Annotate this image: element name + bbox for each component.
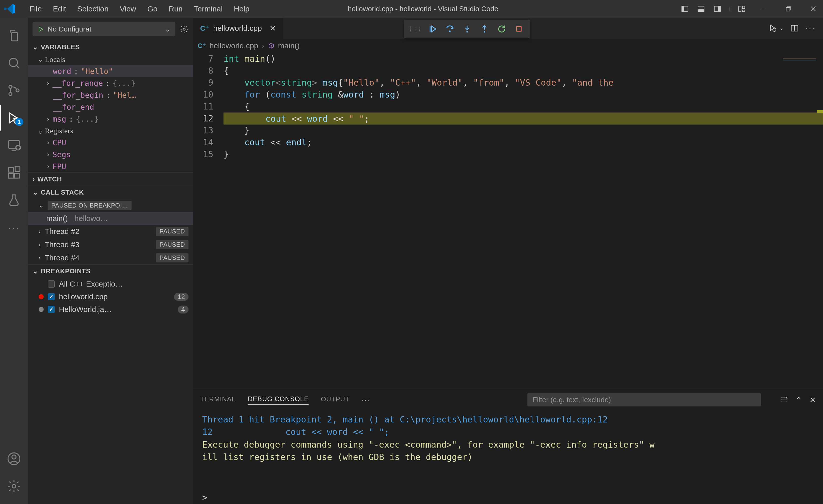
register-group-segs[interactable]: ›Segs (28, 149, 193, 161)
run-debug-icon[interactable]: 1 (0, 105, 28, 131)
menu-help[interactable]: Help (228, 3, 255, 15)
variables-section-header[interactable]: ⌄ VARIABLES (28, 41, 193, 53)
paused-reason-badge: PAUSED ON BREAKPOI… (48, 201, 132, 210)
callstack-thread[interactable]: ›Thread #2PAUSED (28, 225, 193, 238)
close-button[interactable] (807, 3, 819, 15)
breadcrumb[interactable]: C⁺ helloworld.cpp › main() (193, 39, 823, 53)
callstack-thread[interactable]: ›Thread #3PAUSED (28, 238, 193, 251)
callstack-current-thread[interactable]: ⌄ PAUSED ON BREAKPOI… (28, 199, 193, 212)
settings-gear-icon[interactable] (0, 474, 28, 499)
layout-right-icon[interactable] (713, 4, 722, 13)
stop-button[interactable] (511, 21, 527, 37)
editor-tab-helloworld[interactable]: C⁺ helloworld.cpp ✕ (193, 18, 283, 39)
breakpoint-checkbox[interactable]: ✓ (48, 306, 55, 313)
remote-explorer-icon[interactable] (0, 133, 28, 158)
layout-left-icon[interactable] (680, 4, 689, 13)
watch-section-header[interactable]: › WATCH (28, 172, 193, 186)
breakpoint-row[interactable]: ✓helloworld.cpp12 (28, 290, 193, 303)
customize-layout-icon[interactable] (737, 4, 746, 13)
svg-rect-25 (9, 167, 13, 172)
window-controls (758, 3, 819, 15)
more-icon[interactable]: ··· (0, 215, 28, 240)
callstack-section-header[interactable]: ⌄ CALL STACK (28, 186, 193, 199)
debug-toolbar[interactable]: ⋮⋮⋮ (404, 20, 530, 38)
chevron-right-icon: › (46, 116, 50, 123)
more-actions-icon[interactable]: ··· (806, 24, 815, 33)
chevron-right-icon: › (46, 151, 50, 158)
breakpoints-section-header[interactable]: ⌄ BREAKPOINTS (28, 265, 193, 278)
panel-tab-debug-console[interactable]: DEBUG CONSOLE (248, 395, 309, 405)
code-editor[interactable]: 789101112131415 int main(){ vector<strin… (193, 53, 823, 390)
callstack-thread[interactable]: ›Thread #4PAUSED (28, 251, 193, 265)
debug-config-dropdown[interactable]: No Configurat ⌄ (32, 22, 175, 36)
titlebar: FileEditSelectionViewGoRunTerminalHelp h… (0, 0, 823, 18)
svg-point-38 (484, 31, 485, 33)
clear-console-icon[interactable] (780, 395, 788, 404)
continue-button[interactable] (425, 21, 440, 37)
chevron-down-icon: ⌄ (32, 267, 38, 275)
maximize-button[interactable] (782, 3, 795, 15)
close-tab-icon[interactable]: ✕ (270, 24, 276, 33)
minimap[interactable] (780, 53, 823, 122)
panel-tab-output[interactable]: OUTPUT (321, 395, 349, 405)
breakpoint-row[interactable]: All C++ Exceptio… (28, 278, 193, 290)
debug-console-filter-input[interactable]: Filter (e.g. text, !exclude) (527, 393, 761, 406)
split-editor-icon[interactable] (790, 24, 799, 32)
svg-point-13 (9, 58, 17, 66)
breakpoint-checkbox[interactable]: ✓ (48, 293, 55, 300)
chevron-down-icon: ⌄ (32, 188, 38, 196)
menu-edit[interactable]: Edit (47, 3, 71, 15)
chevron-down-icon: ⌄ (39, 56, 42, 63)
bottom-panel: TERMINAL DEBUG CONSOLE OUTPUT ··· Filter… (193, 390, 823, 504)
svg-line-20 (13, 118, 15, 119)
menu-go[interactable]: Go (142, 3, 163, 15)
menu-view[interactable]: View (114, 3, 142, 15)
close-panel-icon[interactable]: ✕ (810, 395, 816, 404)
chevron-down-icon: ⌄ (32, 43, 38, 51)
menu-run[interactable]: Run (163, 3, 188, 15)
drag-handle-icon[interactable]: ⋮⋮⋮ (408, 26, 422, 32)
register-group-fpu[interactable]: ›FPU (28, 161, 193, 172)
accounts-icon[interactable] (0, 446, 28, 472)
testing-icon[interactable] (0, 187, 28, 213)
variable-for-end[interactable]: __for_end (28, 101, 193, 113)
search-icon[interactable] (0, 50, 28, 76)
source-control-icon[interactable] (0, 78, 28, 103)
start-debug-icon[interactable] (37, 26, 44, 32)
breakpoint-row[interactable]: ✓HelloWorld.ja…4 (28, 303, 193, 316)
svg-point-34 (449, 30, 451, 32)
callstack-frame-main[interactable]: main() hellowo… (28, 212, 193, 225)
layout-bottom-icon[interactable] (696, 4, 706, 13)
menu-terminal[interactable]: Terminal (188, 3, 228, 15)
explorer-icon[interactable] (0, 23, 28, 48)
panel-overflow-icon[interactable]: ··· (362, 396, 370, 404)
variable-msg[interactable]: › msg: {...} (28, 113, 193, 125)
maximize-panel-icon[interactable]: ⌃ (796, 395, 802, 404)
debug-config-label: No Configurat (47, 25, 161, 33)
code-content[interactable]: int main(){ vector<string> msg{"Hello", … (223, 53, 823, 390)
menu-file[interactable]: File (24, 3, 47, 15)
step-over-button[interactable] (442, 21, 458, 37)
debug-console-output[interactable]: Thread 1 hit Breakpoint 2, main () at C:… (193, 410, 823, 491)
register-group-cpu[interactable]: ›CPU (28, 137, 193, 149)
debug-settings-icon[interactable] (180, 25, 188, 33)
menu-selection[interactable]: Selection (71, 3, 114, 15)
restart-button[interactable] (494, 21, 509, 37)
cpp-file-icon: C⁺ (198, 42, 206, 50)
cpp-file-icon: C⁺ (200, 24, 209, 32)
debug-console-line: Thread 1 hit Breakpoint 2, main () at C:… (202, 413, 814, 426)
variables-locals-group[interactable]: ⌄ Locals (28, 53, 193, 65)
svg-rect-28 (15, 167, 20, 172)
minimize-button[interactable] (758, 3, 770, 15)
variable-for-range[interactable]: › __for_range: {...} (28, 77, 193, 89)
variables-registers-group[interactable]: ⌄ Registers (28, 125, 193, 137)
debug-console-input[interactable]: > (193, 491, 823, 504)
step-into-button[interactable] (460, 21, 475, 37)
breakpoint-checkbox[interactable] (48, 281, 55, 288)
variable-for-begin[interactable]: __for_begin: "Hel… (28, 89, 193, 101)
run-debug-dropdown-icon[interactable]: ⌄ (768, 23, 784, 33)
variable-word[interactable]: word: "Hello" (28, 65, 193, 77)
extensions-icon[interactable] (0, 160, 28, 185)
panel-tab-terminal[interactable]: TERMINAL (200, 395, 235, 405)
step-out-button[interactable] (477, 21, 492, 37)
